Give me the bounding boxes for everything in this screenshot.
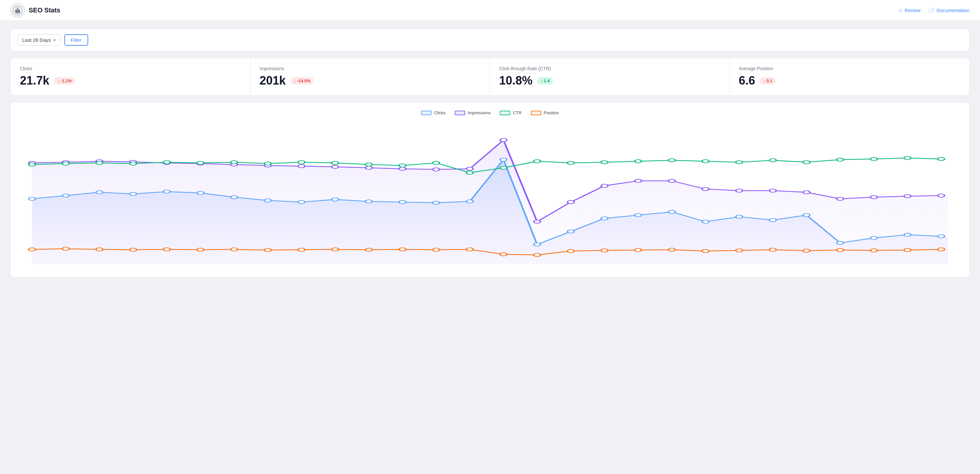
app-header: SEO Stats ☆ Review 📄 Documentation <box>0 0 980 21</box>
stat-card-impressions: Impressions 201k ↓ -14.0% <box>251 58 490 95</box>
header-right: ☆ Review 📄 Documentation <box>898 8 970 13</box>
svg-point-25 <box>568 230 574 233</box>
svg-point-57 <box>702 187 709 191</box>
stat-badge-clicks: ↓ -1.1% <box>54 77 75 84</box>
app-title: SEO Stats <box>29 6 60 14</box>
svg-point-116 <box>803 249 810 252</box>
svg-point-54 <box>601 184 608 187</box>
svg-point-60 <box>803 191 810 194</box>
legend-label-clicks: Clicks <box>434 110 445 115</box>
stats-grid: Clicks 21.7k ↓ -1.1% Impressions 201k ↓ … <box>10 58 970 96</box>
svg-point-11 <box>96 191 103 194</box>
svg-point-12 <box>130 192 137 195</box>
stat-value-ctr: 10.8% <box>499 74 533 87</box>
svg-point-14 <box>197 191 204 195</box>
review-link[interactable]: ☆ Review <box>898 8 921 13</box>
svg-point-26 <box>601 217 608 220</box>
svg-point-109 <box>568 249 574 253</box>
stat-row-impressions: 201k ↓ -14.0% <box>260 74 481 87</box>
svg-point-59 <box>769 189 776 192</box>
svg-point-66 <box>62 162 69 165</box>
svg-point-36 <box>938 235 945 238</box>
stat-row-clicks: 21.7k ↓ -1.1% <box>20 74 241 87</box>
arrow-down-icon-2: ↓ <box>294 78 296 83</box>
svg-point-101 <box>298 248 305 251</box>
date-range-label: Last 28 Days <box>22 37 51 43</box>
svg-point-111 <box>635 249 641 252</box>
svg-point-5 <box>19 10 19 10</box>
filter-button[interactable]: Filter <box>64 34 88 46</box>
svg-point-29 <box>702 220 709 223</box>
svg-point-102 <box>332 248 339 251</box>
document-icon: 📄 <box>928 8 935 13</box>
svg-point-89 <box>837 158 844 161</box>
documentation-label: Documentation <box>937 8 970 13</box>
svg-point-10 <box>62 194 69 197</box>
date-range-select[interactable]: Last 28 Days ▾ <box>18 34 60 46</box>
svg-point-68 <box>130 162 137 165</box>
documentation-link[interactable]: 📄 Documentation <box>928 8 970 13</box>
legend-color-ctr <box>500 111 510 115</box>
svg-point-110 <box>601 249 608 252</box>
legend-clicks: Clicks <box>421 110 445 115</box>
svg-point-28 <box>668 210 675 214</box>
svg-point-93 <box>29 248 36 251</box>
svg-point-114 <box>736 249 743 252</box>
svg-point-4 <box>16 10 17 10</box>
svg-point-64 <box>938 194 945 197</box>
svg-point-73 <box>298 161 305 164</box>
svg-point-115 <box>769 248 776 251</box>
svg-point-17 <box>298 200 305 204</box>
svg-point-99 <box>231 248 237 251</box>
svg-point-92 <box>938 157 945 161</box>
badge-value-position: 0.1 <box>766 78 772 83</box>
svg-point-117 <box>837 249 844 252</box>
svg-point-63 <box>904 195 911 198</box>
stat-value-position: 6.6 <box>739 74 755 87</box>
svg-point-23 <box>500 158 507 161</box>
svg-point-34 <box>870 236 877 239</box>
svg-point-74 <box>332 161 339 165</box>
svg-point-85 <box>702 160 709 163</box>
svg-point-20 <box>399 200 406 204</box>
svg-point-45 <box>298 165 305 168</box>
legend-label-ctr: CTR <box>513 110 522 115</box>
svg-point-104 <box>399 248 406 251</box>
svg-point-19 <box>366 200 372 203</box>
svg-point-120 <box>938 248 945 251</box>
svg-point-32 <box>803 214 810 217</box>
svg-point-112 <box>668 248 675 251</box>
svg-point-46 <box>332 165 339 168</box>
svg-point-82 <box>601 161 608 164</box>
svg-point-80 <box>534 160 541 163</box>
svg-point-58 <box>736 189 743 192</box>
svg-point-94 <box>62 247 69 250</box>
stat-label-ctr: Click-through Rate (CTR) <box>499 66 720 71</box>
stat-row-ctr: 10.8% ↑ 1.4 <box>499 74 720 87</box>
stat-value-impressions: 201k <box>260 74 286 87</box>
stat-card-clicks: Clicks 21.7k ↓ -1.1% <box>11 58 251 95</box>
stat-card-position: Average Position 6.6 ↓ 0.1 <box>730 58 970 95</box>
svg-point-86 <box>736 161 743 164</box>
svg-point-27 <box>635 214 641 217</box>
stat-badge-ctr: ↑ 1.4 <box>537 77 553 84</box>
chevron-down-icon: ▾ <box>54 38 56 43</box>
filter-bar: Last 28 Days ▾ Filter <box>10 29 970 51</box>
svg-point-53 <box>568 200 574 204</box>
svg-point-113 <box>702 249 709 253</box>
svg-point-103 <box>366 248 372 251</box>
chart-container: Clicks Impressions CTR Position <box>10 102 970 277</box>
svg-point-49 <box>433 168 440 171</box>
svg-point-24 <box>534 243 541 246</box>
chart-area <box>19 120 961 271</box>
svg-point-67 <box>96 161 103 165</box>
svg-point-81 <box>568 161 574 165</box>
header-left: SEO Stats <box>10 3 60 17</box>
svg-point-100 <box>264 249 271 252</box>
svg-point-62 <box>870 195 877 199</box>
stat-badge-position: ↓ 0.1 <box>760 77 776 84</box>
svg-point-61 <box>837 197 844 200</box>
svg-point-79 <box>500 166 507 170</box>
svg-point-56 <box>668 179 675 182</box>
svg-point-71 <box>231 161 237 164</box>
